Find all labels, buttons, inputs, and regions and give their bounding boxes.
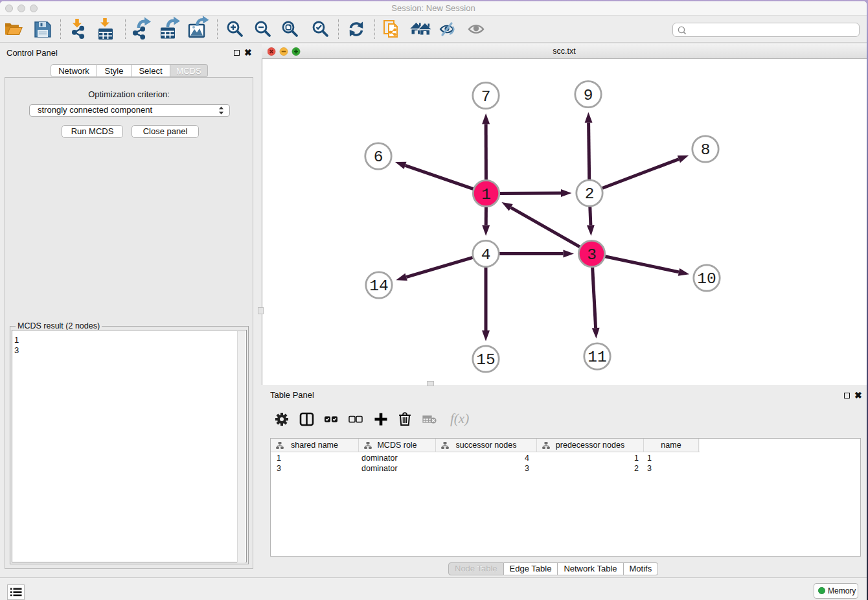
svg-text:3: 3 <box>587 246 597 264</box>
svg-text:9: 9 <box>584 87 593 104</box>
svg-text:6: 6 <box>374 148 383 166</box>
svg-text:10: 10 <box>697 270 716 288</box>
svg-text:1: 1 <box>481 186 491 203</box>
svg-text:8: 8 <box>701 141 711 159</box>
svg-text:15: 15 <box>476 351 495 369</box>
svg-text:14: 14 <box>369 277 388 295</box>
svg-text:2: 2 <box>585 185 595 203</box>
svg-text:11: 11 <box>588 349 606 366</box>
svg-text:7: 7 <box>481 88 491 106</box>
svg-text:4: 4 <box>481 246 491 264</box>
svg-text:f(x): f(x) <box>450 411 469 426</box>
